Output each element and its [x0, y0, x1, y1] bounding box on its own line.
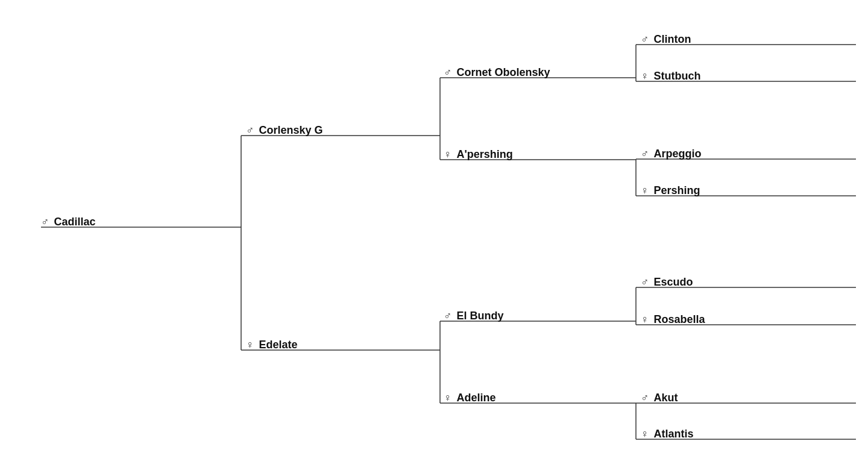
gender-icon-cadillac: ♂ [41, 216, 49, 228]
label-adeline: Adeline [457, 392, 496, 404]
pedigree-chart: ♂ Cadillac ♂ Corlensky G ♀ Edelate ♂ Cor… [0, 0, 868, 476]
gender-icon-stutbuch: ♀ [641, 70, 649, 83]
gender-icon-atlantis: ♀ [641, 428, 649, 440]
gender-icon-rosabella: ♀ [641, 313, 649, 326]
gender-icon-akut: ♂ [641, 392, 649, 404]
label-stutbuch: Stutbuch [654, 70, 701, 83]
node-adeline: ♀ Adeline [444, 392, 496, 404]
label-apershing: A'pershing [457, 148, 513, 161]
gender-icon-adeline: ♀ [444, 392, 452, 404]
label-atlantis: Atlantis [654, 428, 694, 440]
gender-icon-apershing: ♀ [444, 148, 452, 161]
label-pershing: Pershing [654, 184, 700, 197]
node-pershing: ♀ Pershing [641, 184, 700, 197]
gender-icon-elbundy: ♂ [444, 310, 452, 322]
node-cornet: ♂ Cornet Obolensky [444, 66, 550, 79]
node-corlensky: ♂ Corlensky G [246, 124, 323, 137]
gender-icon-edelate: ♀ [246, 339, 254, 351]
node-akut: ♂ Akut [641, 392, 678, 404]
node-clinton: ♂ Clinton [641, 33, 691, 46]
gender-icon-arpeggio: ♂ [641, 148, 649, 160]
node-cadillac: ♂ Cadillac [41, 216, 96, 228]
node-elbundy: ♂ El Bundy [444, 310, 504, 322]
node-stutbuch: ♀ Stutbuch [641, 70, 701, 83]
label-akut: Akut [654, 392, 678, 404]
label-corlensky: Corlensky G [259, 124, 323, 137]
node-arpeggio: ♂ Arpeggio [641, 148, 702, 160]
label-clinton: Clinton [654, 33, 691, 46]
gender-icon-clinton: ♂ [641, 33, 649, 46]
gender-icon-corlensky: ♂ [246, 124, 254, 137]
node-atlantis: ♀ Atlantis [641, 428, 694, 440]
gender-icon-escudo: ♂ [641, 276, 649, 289]
label-edelate: Edelate [259, 339, 298, 351]
label-arpeggio: Arpeggio [654, 148, 702, 160]
label-cadillac: Cadillac [54, 216, 96, 228]
label-escudo: Escudo [654, 276, 693, 289]
node-rosabella: ♀ Rosabella [641, 313, 705, 326]
gender-icon-cornet: ♂ [444, 66, 452, 79]
label-elbundy: El Bundy [457, 310, 504, 322]
node-escudo: ♂ Escudo [641, 276, 693, 289]
gender-icon-pershing: ♀ [641, 184, 649, 197]
label-rosabella: Rosabella [654, 313, 705, 326]
node-edelate: ♀ Edelate [246, 339, 298, 351]
pedigree-lines [0, 0, 868, 476]
label-cornet: Cornet Obolensky [457, 66, 550, 79]
node-apershing: ♀ A'pershing [444, 148, 513, 161]
